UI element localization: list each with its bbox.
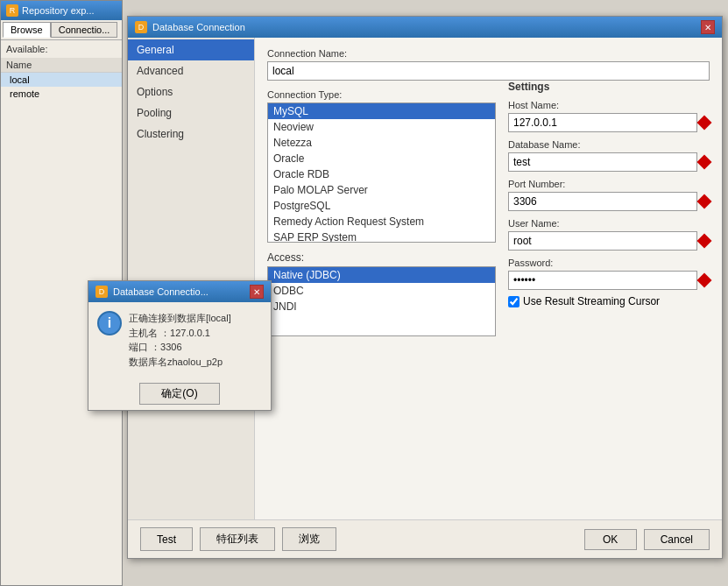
- streaming-cursor-checkbox[interactable]: [508, 296, 519, 307]
- ok-button[interactable]: OK: [584, 529, 637, 550]
- popup-info-icon: i: [97, 311, 122, 335]
- access-label: Access:: [267, 251, 496, 264]
- database-name-input[interactable]: [508, 152, 697, 172]
- connection-type-listbox[interactable]: MySQL Neoview Netezza Oracle Oracle RDB …: [267, 102, 496, 243]
- access-listbox[interactable]: Native (JDBC) ODBC JNDI: [267, 266, 496, 336]
- dialog-body: General Advanced Options Pooling Cluster…: [128, 38, 722, 521]
- type-neoview[interactable]: Neoview: [268, 119, 495, 135]
- type-mysql[interactable]: MySQL: [268, 103, 495, 119]
- nav-advanced[interactable]: Advanced: [128, 60, 254, 81]
- app-title: Repository exp...: [22, 5, 95, 16]
- password-label: Password:: [508, 258, 710, 268]
- footer-left-buttons: Test 特征列表 浏览: [140, 527, 336, 551]
- popup-message: 正确连接到数据库[local] 主机名 ：127.0.0.1 端口 ：3306 …: [129, 311, 231, 369]
- type-oracle-rdb[interactable]: Oracle RDB: [268, 166, 495, 182]
- dialog-icon: D: [135, 21, 147, 33]
- nav-panel: General Advanced Options Pooling Cluster…: [128, 38, 255, 521]
- nav-general[interactable]: General: [128, 39, 254, 60]
- content-panel: Connection Name: Connection Type: MySQL …: [255, 38, 722, 521]
- feature-list-button[interactable]: 特征列表: [200, 527, 275, 551]
- host-name-input[interactable]: [508, 113, 697, 132]
- success-popup-dialog: D Database Connectio... ✕ i 正确连接到数据库[loc…: [88, 280, 272, 411]
- database-name-label: Database Name:: [508, 139, 710, 150]
- list-item-remote[interactable]: remote: [1, 87, 122, 101]
- type-remedy[interactable]: Remedy Action Request System: [268, 214, 495, 229]
- list-item-local[interactable]: local: [1, 73, 122, 87]
- app-titlebar: R Repository exp...: [1, 1, 122, 20]
- type-palo[interactable]: Palo MOLAP Server: [268, 182, 495, 198]
- password-row: [508, 271, 710, 290]
- popup-icon: D: [95, 286, 108, 298]
- access-native[interactable]: Native (JDBC): [268, 267, 495, 283]
- available-label: Available:: [1, 40, 122, 58]
- user-name-indicator: [697, 234, 712, 249]
- type-sap[interactable]: SAP ERP System: [268, 229, 495, 243]
- streaming-cursor-row: Use Result Streaming Cursor: [508, 295, 710, 307]
- dialog-title-left: D Database Connection: [135, 21, 245, 33]
- connection-name-input[interactable]: [267, 61, 710, 81]
- access-odbc[interactable]: ODBC: [268, 283, 495, 299]
- left-column: Connection Type: MySQL Neoview Netezza O…: [267, 81, 496, 336]
- type-oracle[interactable]: Oracle: [268, 151, 495, 166]
- dialog-titlebar: D Database Connection ✕: [128, 17, 722, 38]
- cancel-button[interactable]: Cancel: [644, 529, 710, 550]
- host-name-row: [508, 113, 710, 132]
- settings-label: Settings: [508, 81, 710, 93]
- popup-footer: 确定(O): [88, 378, 271, 410]
- port-number-input[interactable]: [508, 192, 697, 211]
- popup-line2: 主机名 ：127.0.0.1: [129, 326, 231, 341]
- name-header: Name: [1, 58, 122, 73]
- test-button[interactable]: Test: [140, 527, 193, 551]
- type-netezza[interactable]: Netezza: [268, 135, 495, 151]
- user-name-label: User Name:: [508, 218, 710, 229]
- popup-line1: 正确连接到数据库[local]: [129, 311, 231, 326]
- database-name-indicator: [697, 155, 712, 170]
- port-number-indicator: [697, 194, 712, 209]
- connections-tab[interactable]: Connectio...: [51, 22, 118, 38]
- user-name-input[interactable]: [508, 231, 697, 251]
- app-icon: R: [6, 4, 18, 17]
- nav-options[interactable]: Options: [128, 81, 254, 102]
- popup-line3: 端口 ：3306: [129, 340, 231, 355]
- dialog-title: Database Connection: [152, 22, 245, 32]
- nav-pooling[interactable]: Pooling: [128, 102, 254, 124]
- password-indicator: [697, 273, 712, 288]
- port-number-row: [508, 192, 710, 211]
- host-name-indicator: [697, 116, 712, 131]
- access-jndi[interactable]: JNDI: [268, 299, 495, 314]
- popup-title: Database Connectio...: [113, 286, 209, 297]
- popup-line4: 数据库名zhaolou_p2p: [129, 355, 231, 370]
- streaming-cursor-label: Use Result Streaming Cursor: [523, 295, 660, 307]
- connection-name-label: Connection Name:: [267, 48, 710, 59]
- connection-type-label: Connection Type:: [267, 89, 496, 100]
- type-postgresql[interactable]: PostgreSQL: [268, 198, 495, 214]
- popup-ok-button[interactable]: 确定(O): [139, 383, 219, 405]
- dialog-footer: Test 特征列表 浏览 OK Cancel: [128, 519, 722, 558]
- popup-body: i 正确连接到数据库[local] 主机名 ：127.0.0.1 端口 ：330…: [88, 302, 271, 378]
- popup-title-left: D Database Connectio...: [95, 286, 209, 298]
- dialog-close-button[interactable]: ✕: [701, 20, 715, 34]
- port-number-label: Port Number:: [508, 179, 710, 189]
- host-name-label: Host Name:: [508, 100, 710, 110]
- two-col-layout: Connection Type: MySQL Neoview Netezza O…: [267, 81, 710, 336]
- right-column: Settings Host Name: Database Name: Port …: [508, 81, 710, 336]
- popup-close-button[interactable]: ✕: [250, 285, 264, 299]
- footer-right-buttons: OK Cancel: [584, 529, 710, 550]
- browse-button[interactable]: 浏览: [282, 527, 336, 551]
- nav-clustering[interactable]: Clustering: [128, 124, 254, 145]
- browse-tab[interactable]: Browse: [3, 22, 51, 38]
- password-input[interactable]: [508, 271, 697, 290]
- database-name-row: [508, 152, 710, 172]
- connection-type-section: Connection Type: MySQL Neoview Netezza O…: [267, 89, 496, 243]
- app-toolbar: Browse Connectio...: [1, 20, 122, 40]
- popup-titlebar: D Database Connectio... ✕: [88, 281, 271, 302]
- user-name-row: [508, 231, 710, 251]
